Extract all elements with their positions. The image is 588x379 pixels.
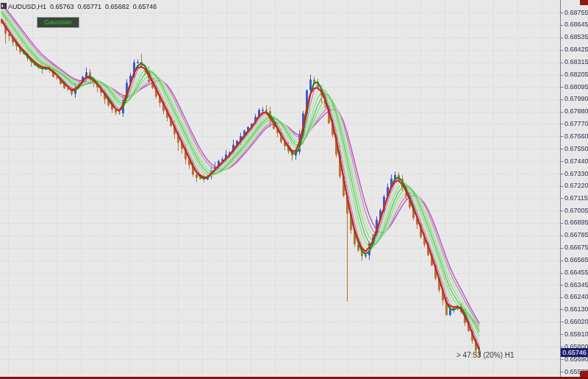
ohlc-header: AUDUSD,H1 0.65763 0.65771 0.65682 0.6574…	[8, 2, 157, 10]
price-tick-label: 0.68755	[564, 10, 588, 16]
price-tick-label: 0.66675	[564, 244, 588, 251]
price-tick-label: 0.68645	[564, 21, 588, 28]
price-tick-label: 0.66345	[564, 282, 588, 288]
price-tick-label: 0.66020	[564, 319, 588, 325]
symbol-period-label: AUDUSD,H1	[8, 3, 46, 10]
high-value: 0.65771	[78, 3, 102, 10]
chart-icon	[1, 3, 7, 9]
low-value: 0.65682	[105, 3, 129, 10]
price-tick-label: 0.66240	[564, 294, 588, 300]
price-tick-label: 0.67990	[564, 96, 588, 102]
price-tick-label: 0.68315	[564, 59, 588, 65]
candle-countdown-label: > 47:53 (20%) H1	[456, 351, 514, 359]
price-tick-label: 0.66895	[564, 219, 588, 226]
close-value: 0.65746	[133, 3, 157, 10]
gaussian-indicator-button[interactable]: Gaussian	[37, 17, 79, 28]
price-tick-label: 0.68205	[564, 71, 588, 78]
price-tick-label: 0.68095	[564, 84, 588, 91]
price-tick-label: 0.67005	[564, 208, 588, 214]
price-tick-label: 0.66785	[564, 232, 588, 238]
price-tick-label: 0.67770	[564, 121, 588, 127]
price-tick-label: 0.66130	[564, 306, 588, 313]
price-tick-label: 0.67880	[564, 108, 588, 115]
price-tick-label: 0.67330	[564, 171, 588, 177]
window-accent-bottom-right	[580, 371, 588, 377]
price-tick-label: 0.67220	[564, 183, 588, 189]
current-price-tag: 0.65746	[561, 348, 588, 357]
price-tick-label: 0.67550	[564, 146, 588, 152]
open-value: 0.65763	[50, 3, 74, 10]
window-accent-top-right	[580, 0, 588, 5]
price-tick-label: 0.66455	[564, 269, 588, 276]
price-tick-label: 0.68425	[564, 46, 588, 53]
price-tick-label: 0.66565	[564, 257, 588, 263]
price-tick-label: 0.68535	[564, 34, 588, 40]
price-tick-label: 0.67440	[564, 158, 588, 165]
price-tick-label: 0.65910	[564, 331, 588, 338]
chart-plot-area[interactable]	[0, 0, 588, 379]
price-axis[interactable]: 0.687550.686450.685350.684250.683150.682…	[560, 0, 588, 379]
price-tick-label: 0.67660	[564, 133, 588, 140]
price-tick-label: 0.67115	[564, 195, 588, 202]
